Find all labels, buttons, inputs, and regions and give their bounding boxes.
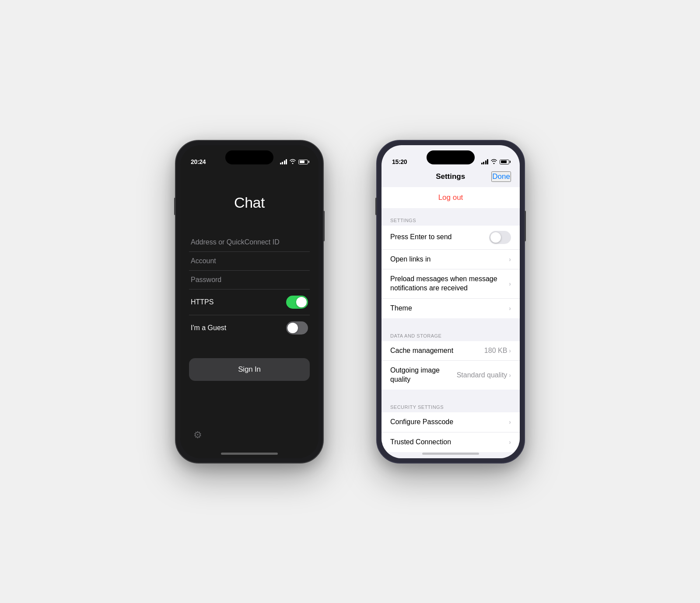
toggle-knob-guest <box>287 323 298 333</box>
open-links-label: Open links in <box>390 255 509 264</box>
password-field[interactable]: Password <box>189 271 310 289</box>
wifi-icon <box>289 159 296 165</box>
cache-row[interactable]: Cache management 180 KB › <box>382 341 520 361</box>
login-screen: 20:24 <box>180 145 318 458</box>
cache-value: 180 KB <box>484 347 507 355</box>
chevron-icon-3: › <box>509 305 511 312</box>
cache-label: Cache management <box>390 346 484 356</box>
https-row: HTTPS <box>189 289 310 315</box>
theme-label: Theme <box>390 304 509 313</box>
chat-title: Chat <box>234 194 265 211</box>
image-quality-row[interactable]: Outgoing image quality Standard quality … <box>382 361 520 390</box>
security-section: SECURITY SETTINGS Configure Passcode › T… <box>382 398 520 452</box>
settings-nav-bar: Settings Done <box>382 168 520 187</box>
https-label: HTTPS <box>191 298 214 306</box>
status-time-right: 15:20 <box>392 158 407 165</box>
settings-content: Settings Done Log out SETTINGS Press Ent… <box>382 168 520 458</box>
settings-section: SETTINGS Press Enter to send Open links … <box>382 212 520 318</box>
logout-card: Log out <box>382 187 520 208</box>
chevron-icon-7: › <box>509 439 511 446</box>
home-indicator-2 <box>422 453 479 455</box>
settings-card: Press Enter to send Open links in › Prel… <box>382 226 520 318</box>
home-indicator <box>221 453 278 455</box>
guest-label: I'm a Guest <box>191 324 226 332</box>
status-icons-right <box>280 159 308 165</box>
https-toggle[interactable] <box>286 296 308 309</box>
guest-row: I'm a Guest <box>189 315 310 341</box>
data-section-header: DATA AND STORAGE <box>382 327 520 341</box>
chevron-icon-2: › <box>509 280 511 287</box>
press-enter-toggle[interactable] <box>489 231 511 244</box>
chevron-icon: › <box>509 256 511 263</box>
wifi-icon-2 <box>490 159 497 165</box>
trusted-connection-label: Trusted Connection <box>390 438 509 447</box>
gear-icon[interactable]: ⚙ <box>193 429 202 441</box>
chevron-icon-5: › <box>509 372 511 379</box>
image-quality-value: Standard quality <box>457 371 508 379</box>
data-section: DATA AND STORAGE Cache management 180 KB… <box>382 327 520 390</box>
signal-icon-2 <box>481 159 489 164</box>
password-placeholder: Password <box>191 276 308 284</box>
phone-login: 20:24 <box>175 140 324 464</box>
battery-icon-2 <box>500 160 509 164</box>
dynamic-island-2 <box>427 150 475 164</box>
press-enter-label: Press Enter to send <box>390 233 489 242</box>
divider-1 <box>382 318 520 327</box>
passcode-label: Configure Passcode <box>390 418 509 427</box>
status-time-left: 20:24 <box>191 158 206 165</box>
settings-section-header: SETTINGS <box>382 212 520 226</box>
account-field[interactable]: Account <box>189 252 310 271</box>
sign-in-button[interactable]: Sign In <box>189 358 310 381</box>
login-form: Address or QuickConnect ID Account Passw… <box>189 233 310 341</box>
account-placeholder: Account <box>191 257 308 265</box>
open-links-row[interactable]: Open links in › <box>382 250 520 270</box>
logout-button[interactable]: Log out <box>438 193 463 202</box>
done-button[interactable]: Done <box>491 171 511 182</box>
security-section-header: SECURITY SETTINGS <box>382 398 520 412</box>
image-quality-label: Outgoing image quality <box>390 366 457 384</box>
press-enter-row: Press Enter to send <box>382 226 520 250</box>
theme-row[interactable]: Theme › <box>382 299 520 318</box>
settings-screen: 15:20 <box>382 145 520 458</box>
signal-icon <box>280 159 287 164</box>
status-icons-right-2 <box>481 159 510 165</box>
security-card: Configure Passcode › Trusted Connection … <box>382 412 520 452</box>
toggle-knob-enter <box>490 232 501 243</box>
preload-row[interactable]: Preload messages when message notificati… <box>382 269 520 299</box>
address-placeholder: Address or QuickConnect ID <box>191 238 308 246</box>
chevron-icon-6: › <box>509 418 511 425</box>
dynamic-island <box>225 150 273 164</box>
trusted-connection-row[interactable]: Trusted Connection › <box>382 432 520 452</box>
divider-2 <box>382 390 520 398</box>
toggle-knob-https <box>296 297 307 307</box>
preload-label: Preload messages when message notificati… <box>390 275 509 293</box>
address-field[interactable]: Address or QuickConnect ID <box>189 233 310 252</box>
chat-login-content: Chat Address or QuickConnect ID Account … <box>180 168 318 458</box>
settings-nav-title: Settings <box>436 172 465 181</box>
chevron-icon-4: › <box>509 347 511 354</box>
phone-settings: 15:20 <box>376 140 525 464</box>
passcode-row[interactable]: Configure Passcode › <box>382 412 520 432</box>
guest-toggle[interactable] <box>286 321 308 335</box>
data-card: Cache management 180 KB › Outgoing image… <box>382 341 520 390</box>
battery-icon <box>298 160 308 164</box>
